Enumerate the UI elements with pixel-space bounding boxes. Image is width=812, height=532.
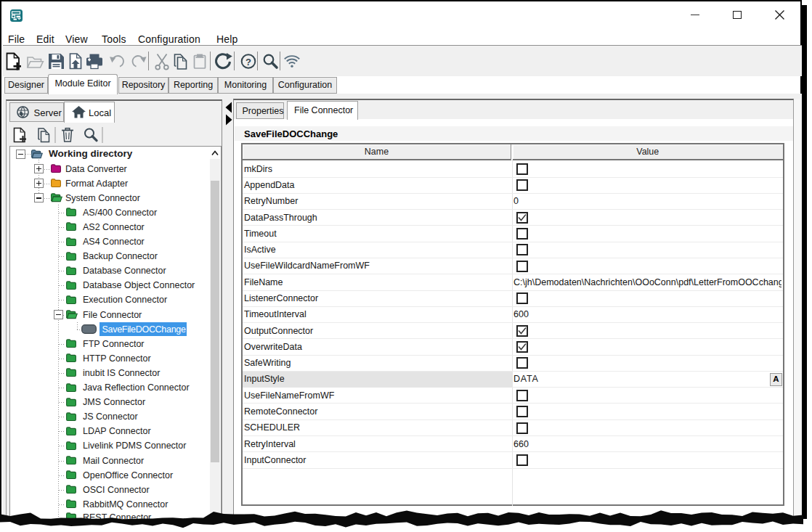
svg-text:?: ? bbox=[245, 57, 251, 67]
